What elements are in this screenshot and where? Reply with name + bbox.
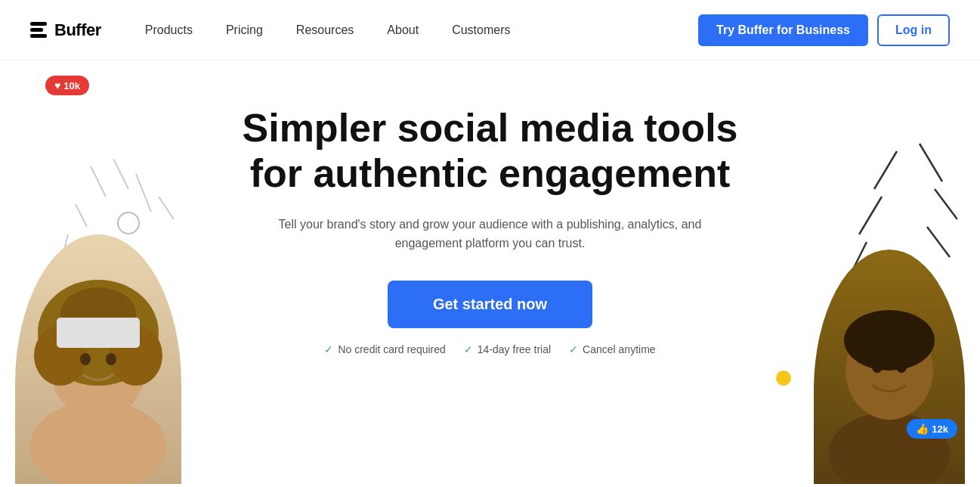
logo-text: Buffer <box>54 20 101 40</box>
login-button[interactable]: Log in <box>877 14 950 46</box>
trust-label-2: 14-day free trial <box>478 343 551 355</box>
check-icon-3: ✓ <box>569 343 578 355</box>
svg-line-2 <box>76 204 87 227</box>
thumbs-up-icon: 👍 <box>916 423 929 435</box>
like-badge-right: 👍 12k <box>907 419 957 439</box>
svg-point-26 <box>896 361 907 373</box>
trust-label-3: Cancel anytime <box>583 343 656 355</box>
hero-section: ♥ 10k <box>0 60 980 484</box>
nav-item-pricing[interactable]: Pricing <box>212 17 277 43</box>
svg-rect-14 <box>57 318 140 348</box>
nav-item-resources[interactable]: Resources <box>283 17 367 43</box>
trust-label-1: No credit card required <box>338 343 445 355</box>
logo-link[interactable]: Buffer <box>30 20 101 40</box>
svg-line-1 <box>113 159 128 189</box>
nav-item-about[interactable]: About <box>373 17 432 43</box>
person-right-image <box>814 250 965 484</box>
svg-line-17 <box>935 189 957 219</box>
check-icon-1: ✓ <box>324 343 333 355</box>
get-started-button[interactable]: Get started now <box>388 281 592 328</box>
heart-icon: ♥ <box>54 79 60 92</box>
svg-line-15 <box>920 144 942 181</box>
trust-cancel: ✓ Cancel anytime <box>569 343 656 355</box>
like-badge-left: ♥ 10k <box>45 76 89 95</box>
nav-links: Products Pricing Resources About Custome… <box>131 17 698 43</box>
svg-line-0 <box>91 166 106 197</box>
like-count-left: 10k <box>63 80 80 92</box>
svg-point-24 <box>844 310 935 371</box>
svg-point-13 <box>106 353 116 365</box>
svg-line-16 <box>874 151 897 189</box>
try-business-button[interactable]: Try Buffer for Business <box>698 14 868 46</box>
nav-actions: Try Buffer for Business Log in <box>698 14 950 46</box>
svg-point-12 <box>80 353 91 365</box>
nav-item-products[interactable]: Products <box>131 17 206 43</box>
circle-decoration <box>117 212 140 234</box>
check-icon-2: ✓ <box>464 343 473 355</box>
trust-free-trial: ✓ 14-day free trial <box>464 343 551 355</box>
nav-item-customers[interactable]: Customers <box>438 17 524 43</box>
trust-indicators: ✓ No credit card required ✓ 14-day free … <box>324 343 655 355</box>
navbar: Buffer Products Pricing Resources About … <box>0 0 980 60</box>
like-count-right: 12k <box>932 423 948 435</box>
svg-line-3 <box>136 174 151 212</box>
hero-title: Simpler social media tools for authentic… <box>226 106 755 197</box>
svg-point-25 <box>872 361 883 373</box>
yellow-dot-decoration <box>776 371 791 386</box>
svg-line-5 <box>159 197 174 219</box>
trust-no-cc: ✓ No credit card required <box>324 343 445 355</box>
buffer-logo-icon <box>30 22 47 38</box>
hero-subtitle: Tell your brand's story and grow your au… <box>256 215 725 253</box>
svg-line-18 <box>859 197 882 234</box>
